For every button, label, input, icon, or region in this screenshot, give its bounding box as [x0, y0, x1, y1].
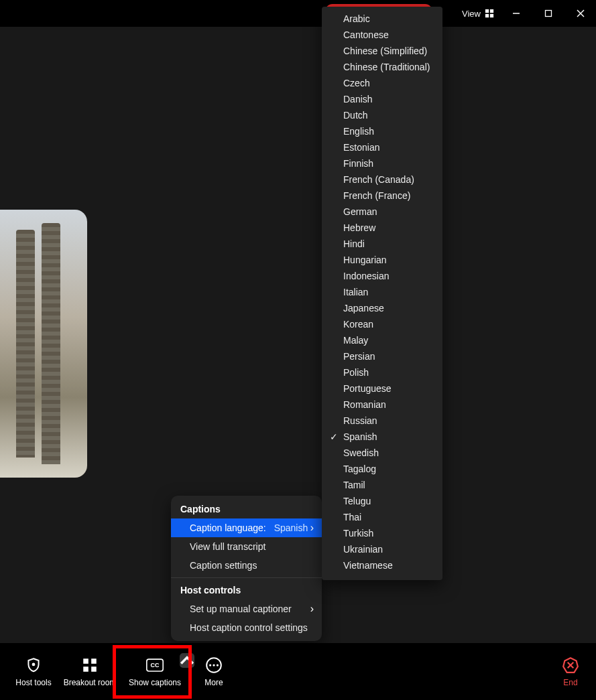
svg-rect-3	[490, 14, 493, 17]
svg-rect-10	[91, 658, 97, 664]
language-option[interactable]: Turkish	[322, 525, 442, 541]
language-option[interactable]: Chinese (Simplified)	[322, 43, 442, 59]
language-option[interactable]: Portuguese	[322, 380, 442, 397]
language-option[interactable]: Estonian	[322, 139, 442, 155]
svg-rect-5	[546, 11, 552, 17]
language-option[interactable]: Ukrainian	[322, 541, 442, 557]
language-option[interactable]: Telugu	[322, 493, 442, 509]
participant-video[interactable]	[0, 210, 87, 478]
host-tools-button[interactable]: Host tools	[5, 648, 62, 696]
close-button[interactable]	[576, 9, 585, 18]
language-option[interactable]: English	[322, 123, 442, 139]
more-icon	[205, 656, 223, 674]
language-option[interactable]: French (France)	[322, 188, 442, 204]
language-option[interactable]: Tamil	[322, 477, 442, 493]
language-option[interactable]: Korean	[322, 316, 442, 332]
language-option[interactable]: Hindi	[322, 236, 442, 252]
svg-point-16	[209, 664, 211, 666]
language-option[interactable]: Hungarian	[322, 252, 442, 268]
language-option[interactable]: Czech	[322, 75, 442, 91]
language-option[interactable]: Finnish	[322, 155, 442, 171]
language-option[interactable]: Italian	[322, 284, 442, 300]
view-label: View	[462, 9, 481, 19]
captions-section-title: Captions	[171, 500, 322, 518]
end-icon	[562, 656, 579, 674]
end-button[interactable]: End	[550, 648, 591, 696]
language-option[interactable]: German	[322, 204, 442, 220]
language-option[interactable]: Vietnamese	[322, 557, 442, 573]
minimize-button[interactable]	[512, 9, 521, 18]
caption-language-item[interactable]: Caption language: Spanish	[171, 518, 322, 537]
show-captions-button[interactable]: CC Show captions	[118, 648, 192, 696]
caption-language-label: Caption language:	[190, 522, 266, 533]
language-option[interactable]: Romanian	[322, 397, 442, 413]
captions-popup: Captions Caption language: Spanish View …	[171, 496, 322, 641]
breakout-rooms-label: Breakout room	[64, 678, 117, 687]
caption-language-submenu: ArabicCantoneseChinese (Simplified)Chine…	[322, 7, 442, 580]
caption-settings-item[interactable]: Caption settings	[171, 556, 322, 575]
grid-icon	[81, 656, 99, 674]
language-option[interactable]: Dutch	[322, 107, 442, 123]
cc-icon: CC	[146, 656, 164, 674]
svg-point-8	[32, 662, 36, 666]
language-option[interactable]: French (Canada)	[322, 171, 442, 188]
svg-rect-9	[83, 658, 88, 664]
language-option[interactable]: Japanese	[322, 300, 442, 316]
more-button[interactable]: More	[192, 648, 236, 696]
svg-rect-2	[485, 14, 489, 17]
language-option[interactable]: Tagalog	[322, 461, 442, 477]
language-option[interactable]: Arabic	[322, 11, 442, 27]
host-controls-section-title: Host controls	[171, 581, 322, 600]
language-option[interactable]: Persian	[322, 348, 442, 364]
end-label: End	[563, 678, 577, 687]
host-caption-control-settings-item[interactable]: Host caption control settings	[171, 618, 322, 637]
title-bar: View	[0, 0, 596, 27]
more-label: More	[204, 678, 223, 687]
language-option[interactable]: Danish	[322, 91, 442, 107]
popup-divider	[171, 577, 322, 578]
language-option[interactable]: Thai	[322, 509, 442, 525]
breakout-rooms-button[interactable]: Breakout room	[62, 648, 118, 696]
language-option[interactable]: Russian	[322, 413, 442, 429]
bottom-toolbar: Host tools Breakout room CC Show caption…	[0, 643, 596, 700]
language-option[interactable]: Cantonese	[322, 27, 442, 43]
view-full-transcript-item[interactable]: View full transcript	[171, 537, 322, 556]
show-captions-label: Show captions	[129, 678, 181, 687]
language-option[interactable]: Indonesian	[322, 268, 442, 284]
svg-text:CC: CC	[151, 662, 160, 669]
language-option[interactable]: Chinese (Traditional)	[322, 59, 442, 75]
svg-point-18	[217, 664, 219, 666]
view-button[interactable]: View	[462, 9, 494, 19]
svg-rect-0	[485, 9, 489, 13]
svg-rect-11	[83, 667, 88, 672]
language-option[interactable]: Polish	[322, 364, 442, 380]
language-option[interactable]: Malay	[322, 332, 442, 348]
svg-rect-12	[91, 667, 97, 672]
maximize-button[interactable]	[544, 9, 553, 18]
grid-icon	[485, 9, 494, 18]
svg-point-17	[213, 664, 215, 666]
svg-rect-1	[490, 9, 493, 13]
shield-icon	[25, 656, 42, 674]
language-option[interactable]: Hebrew	[322, 220, 442, 236]
language-option[interactable]: Spanish	[322, 429, 442, 445]
caption-language-value: Spanish	[274, 522, 308, 533]
host-tools-label: Host tools	[15, 678, 51, 687]
setup-manual-captioner-item[interactable]: Set up manual captioner	[171, 600, 322, 618]
language-option[interactable]: Swedish	[322, 445, 442, 461]
